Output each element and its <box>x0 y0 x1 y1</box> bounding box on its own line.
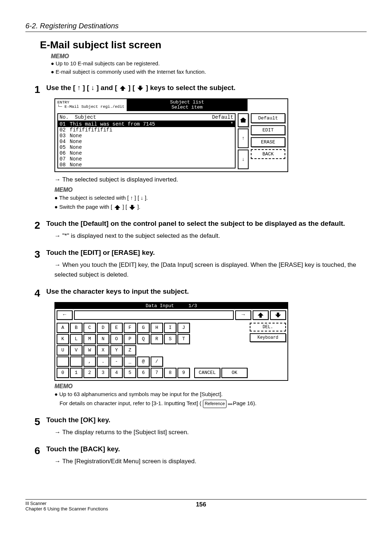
key[interactable]: , <box>83 357 96 367</box>
row-no: 05 <box>60 144 70 150</box>
row-text: None <box>70 156 233 162</box>
key[interactable]: Q <box>137 334 150 344</box>
col-default: Default <box>212 114 233 120</box>
memo-bullet: E-mail subject is commonly used with the… <box>51 68 367 76</box>
key[interactable]: J <box>177 323 190 333</box>
key[interactable]: 5 <box>124 368 136 378</box>
memo-text: ] [ <box>123 204 127 210</box>
key[interactable]: V <box>70 345 82 355</box>
step-title: Touch the [EDIT] or [ERASE] key. <box>46 249 155 256</box>
panel-title-line: Subject list <box>128 100 246 105</box>
erase-button[interactable]: ERASE <box>251 137 285 147</box>
edit-button[interactable]: EDIT <box>251 125 285 135</box>
key[interactable]: 2 <box>83 368 96 378</box>
memo-label: MEMO <box>51 53 367 60</box>
cancel-button[interactable]: CANCEL <box>194 368 220 378</box>
key[interactable]: P <box>124 334 136 344</box>
list-row[interactable]: 02fififififififi <box>58 127 235 133</box>
key[interactable]: B <box>70 323 82 333</box>
page-up-button[interactable] <box>253 310 269 320</box>
key[interactable]: 7 <box>151 368 163 378</box>
memo-text: Switch the page with [ <box>59 204 112 210</box>
step-1: 1 Use the [ ↑ ] [ ↓ ] and [ ] [ ] keys t… <box>34 84 367 212</box>
key[interactable]: L <box>70 334 82 344</box>
back-button[interactable]: BACK <box>251 149 285 159</box>
key[interactable]: E <box>110 323 123 333</box>
key[interactable]: 0 <box>57 368 69 378</box>
key[interactable]: Z <box>124 345 136 355</box>
list-row[interactable]: 08None <box>58 162 235 168</box>
list-row[interactable]: 05None <box>58 144 235 150</box>
keyboard-button[interactable]: Keyboard <box>250 333 286 342</box>
key[interactable]: A <box>57 323 69 333</box>
cursor-left-button[interactable]: ← <box>57 310 73 320</box>
key[interactable]: _ <box>124 357 136 367</box>
key[interactable]: I <box>164 323 176 333</box>
key[interactable]: 1 <box>70 368 82 378</box>
key[interactable]: - <box>110 357 123 367</box>
scroll-down-button[interactable]: ↓ <box>238 150 249 169</box>
memo-bullet: Up to 10 E-mail subjects can be register… <box>51 60 367 68</box>
step-5: 5 Touch the [OK] key. The display return… <box>34 416 367 437</box>
key[interactable]: M <box>83 334 96 344</box>
page-down-button[interactable] <box>270 310 286 320</box>
key[interactable] <box>70 357 82 367</box>
key[interactable]: W <box>83 345 96 355</box>
step-title: Touch the [OK] key. <box>46 416 110 424</box>
key[interactable]: @ <box>137 357 150 367</box>
key[interactable]: 6 <box>137 368 150 378</box>
key[interactable]: O <box>110 334 123 344</box>
step-6: 6 Touch the [BACK] key. The [Registratio… <box>34 445 367 466</box>
step-result: The selected subject is displayed invert… <box>54 175 367 184</box>
scroll-home-button[interactable] <box>238 113 249 127</box>
step-title-text: ] [ <box>128 84 135 91</box>
arrow-up-icon <box>258 313 264 318</box>
key[interactable]: X <box>97 345 109 355</box>
key[interactable]: . <box>97 357 109 367</box>
reference-badge: Reference <box>203 400 226 408</box>
key[interactable]: Y <box>110 345 123 355</box>
page-number: 156 <box>108 501 294 512</box>
list-row[interactable]: 06None <box>58 150 235 156</box>
row-text: None <box>70 133 233 139</box>
list-row[interactable]: 04None <box>58 139 235 144</box>
key[interactable]: D <box>97 323 109 333</box>
del-button[interactable]: DEL. <box>250 323 286 331</box>
step4-memo-list: Up to 63 alphanumerics and symbols may b… <box>54 390 367 408</box>
key[interactable]: K <box>57 334 69 344</box>
memo-label: MEMO <box>54 187 367 193</box>
row-no: 06 <box>60 150 70 156</box>
col-subject: Subject <box>75 114 96 120</box>
key[interactable]: U <box>57 345 69 355</box>
list-row[interactable]: 07None <box>58 156 235 162</box>
key[interactable]: T <box>177 334 190 344</box>
key[interactable]: S <box>164 334 176 344</box>
footer-chapter: Chapter 6 Using the Scanner Functions <box>25 506 108 512</box>
key[interactable]: N <box>97 334 109 344</box>
memo-label: MEMO <box>54 383 367 390</box>
text-input-field[interactable] <box>74 310 234 320</box>
scroll-up-button[interactable]: ↑ <box>238 129 249 148</box>
list-row[interactable]: 03None <box>58 133 235 139</box>
list-row-selected[interactable]: 01This mail was sent from 7145* <box>58 121 235 127</box>
key[interactable]: H <box>151 323 163 333</box>
step-4: 4 Use the character keys to input the su… <box>34 288 367 408</box>
default-button[interactable]: Default <box>251 113 285 123</box>
key[interactable]: 3 <box>97 368 109 378</box>
key[interactable]: F <box>124 323 136 333</box>
row-text: None <box>70 139 233 144</box>
key[interactable]: G <box>137 323 150 333</box>
key[interactable]: C <box>83 323 96 333</box>
key[interactable]: / <box>151 357 163 367</box>
key[interactable]: 9 <box>177 368 190 378</box>
key[interactable]: R <box>151 334 163 344</box>
ok-button[interactable]: OK <box>221 368 248 378</box>
key[interactable] <box>57 357 69 367</box>
step-title-text: Use the [ ↑ ] [ ↓ ] and [ <box>46 84 117 91</box>
key[interactable]: 8 <box>164 368 176 378</box>
key[interactable]: 4 <box>110 368 123 378</box>
memo-text: ]. <box>137 204 140 210</box>
cursor-right-button[interactable]: → <box>235 310 251 320</box>
kbd-page: 1/3 <box>188 303 197 309</box>
memo-bullet: Up to 63 alphanumerics and symbols may b… <box>54 390 367 399</box>
